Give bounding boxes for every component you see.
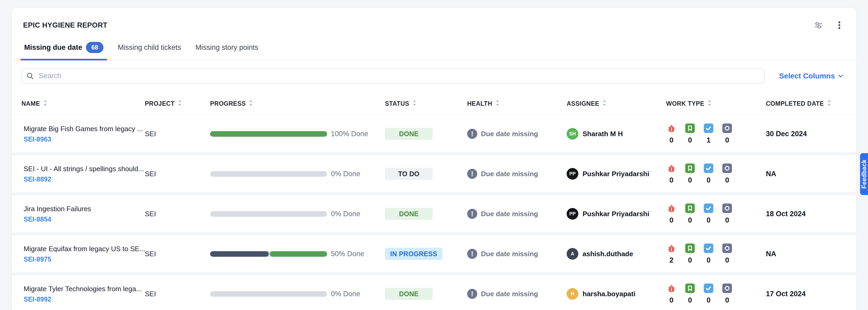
assignee-name: Pushkar Priyadarshi: [583, 170, 649, 178]
column-header-health[interactable]: HEALTH: [467, 99, 567, 108]
avatar: H: [567, 288, 578, 300]
work-type-count: 0: [669, 136, 673, 144]
warning-icon: !: [467, 129, 477, 139]
progress-label: 50% Done: [331, 250, 364, 258]
work-type-count: 0: [707, 176, 710, 184]
work-type-group: 0 0 0: [666, 164, 766, 184]
ticket-link[interactable]: SEI-8892: [24, 175, 145, 183]
column-header-status[interactable]: STATUS: [385, 99, 467, 108]
work-type-group: 2 0 0: [666, 243, 766, 265]
project-value: SEI: [145, 170, 210, 178]
epic-name: Jira Ingestion Failures: [24, 205, 145, 213]
work-type-count: 2: [669, 256, 673, 265]
ticket-link[interactable]: SEI-8975: [24, 255, 145, 263]
ticket-link[interactable]: SEI-8992: [24, 296, 145, 303]
work-type-count: 0: [669, 216, 673, 225]
work-type-count: 0: [688, 136, 692, 144]
sort-icon: [249, 99, 253, 108]
completed-date: NA: [766, 250, 847, 258]
bug-icon: [666, 164, 676, 173]
epic-name: SEI - UI - All strings / spellings shoul…: [24, 165, 145, 173]
table-toolbar: Select Columns: [12, 60, 856, 83]
avatar: PP: [567, 208, 578, 220]
column-header-completed-date[interactable]: COMPLETED DATE: [766, 99, 847, 108]
work-type-count: 0: [707, 296, 710, 304]
select-columns-button[interactable]: Select Columns: [778, 72, 846, 80]
avatar: SH: [567, 128, 578, 140]
warning-icon: !: [467, 209, 477, 219]
column-header-project[interactable]: PROJECT: [145, 99, 210, 108]
filter-sliders-icon[interactable]: [812, 19, 825, 32]
tab-missing-child-tickets[interactable]: Missing child tickets: [114, 40, 185, 60]
epic-icon: [722, 283, 732, 293]
table-row[interactable]: Migrate Big Fish Games from legacy ... S…: [12, 115, 856, 152]
tab-count-badge: 68: [86, 42, 103, 53]
warning-icon: !: [467, 249, 477, 259]
table-row[interactable]: Migrate Tyler Technologies from lega... …: [12, 275, 856, 310]
progress-bar: [210, 251, 327, 257]
column-header-name[interactable]: NAME: [22, 99, 145, 108]
progress-bar: [210, 291, 327, 297]
project-value: SEI: [145, 130, 210, 138]
progress-label: 0% Done: [331, 290, 360, 298]
work-type-count: 0: [669, 176, 673, 184]
epic-hygiene-report-card: EPIC HYGIENE REPORT Missing: [12, 8, 857, 310]
health-label: Due date missing: [481, 250, 538, 258]
story-icon: [685, 283, 695, 293]
column-header-work-type[interactable]: WORK TYPE: [666, 99, 766, 108]
progress-label: 0% Done: [331, 170, 360, 178]
ticket-link[interactable]: SEI-8963: [24, 135, 145, 143]
work-type-count: 0: [707, 256, 710, 265]
tab-label: Missing story points: [195, 43, 258, 52]
progress-bar: [210, 171, 327, 177]
table-row[interactable]: SEI - UI - All strings / spellings shoul…: [12, 155, 856, 193]
status-badge: DONE: [385, 288, 433, 300]
feedback-tab[interactable]: Feedback: [860, 153, 868, 195]
story-icon: [685, 164, 695, 173]
column-header-assignee[interactable]: ASSIGNEE: [567, 99, 666, 108]
sort-icon: [412, 99, 416, 108]
chevron-down-icon: [837, 72, 844, 79]
epic-name: Migrate Equifax from legacy US to SE...: [24, 245, 145, 253]
work-type-count: 0: [688, 296, 692, 304]
work-type-count: 0: [725, 216, 729, 225]
epic-name: Migrate Tyler Technologies from lega...: [24, 285, 145, 293]
sort-icon: [43, 99, 47, 108]
completed-date: 30 Dec 2024: [766, 130, 847, 138]
tab-missing-due-date[interactable]: Missing due date 68: [21, 40, 107, 60]
sort-icon: [496, 99, 499, 108]
bug-icon: [666, 283, 676, 293]
completed-date: NA: [766, 170, 847, 178]
status-badge: DONE: [385, 128, 433, 140]
work-type-count: 0: [688, 176, 692, 184]
assignee-name: Sharath M H: [583, 130, 623, 138]
story-icon: [685, 124, 695, 133]
project-value: SEI: [145, 290, 210, 298]
assignee-name: ashish.duthade: [583, 250, 633, 258]
search-icon: [26, 72, 34, 80]
tab-missing-story-points[interactable]: Missing story points: [192, 40, 262, 60]
health-label: Due date missing: [481, 170, 538, 178]
task-icon: [704, 204, 713, 213]
work-type-count: 0: [725, 136, 729, 144]
warning-icon: !: [467, 169, 477, 179]
work-type-count: 0: [725, 176, 729, 184]
health-label: Due date missing: [481, 290, 538, 298]
search-input[interactable]: [38, 72, 760, 80]
warning-icon: !: [467, 289, 477, 299]
epic-icon: [722, 243, 732, 253]
task-icon: [704, 243, 713, 253]
avatar: A: [567, 248, 578, 260]
ticket-link[interactable]: SEI-8854: [24, 215, 145, 223]
page-title: EPIC HYGIENE REPORT: [23, 21, 107, 29]
column-header-progress[interactable]: PROGRESS: [210, 99, 385, 108]
bug-icon: [666, 124, 676, 133]
search-box: [21, 68, 765, 83]
feedback-label: Feedback: [861, 160, 868, 188]
kebab-menu-icon[interactable]: [833, 19, 846, 32]
table-row[interactable]: Jira Ingestion Failures SEI-8854 SEI 0% …: [12, 195, 856, 233]
progress-label: 0% Done: [331, 210, 360, 218]
table-row[interactable]: Migrate Equifax from legacy US to SE... …: [12, 235, 856, 273]
task-icon: [704, 283, 713, 293]
assignee-name: Pushkar Priyadarshi: [583, 210, 649, 218]
